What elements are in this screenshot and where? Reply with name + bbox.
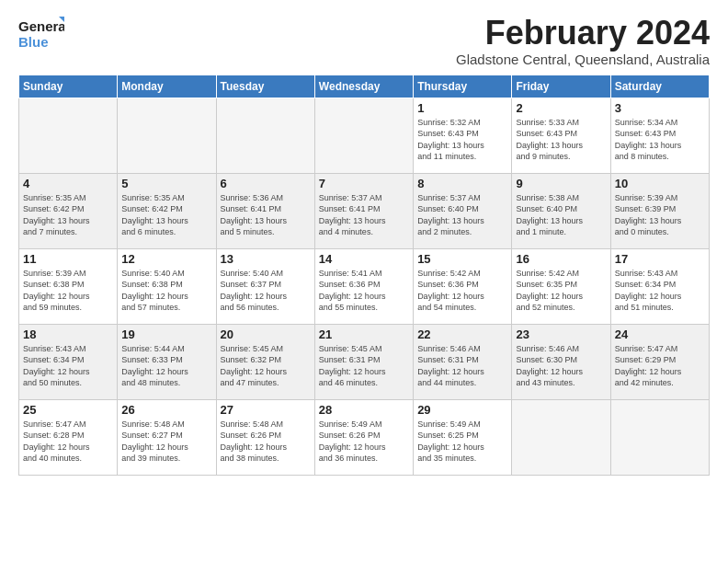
table-row [512,399,610,475]
day-number: 23 [516,327,606,341]
table-row: 6Sunrise: 5:36 AM Sunset: 6:41 PM Daylig… [216,173,314,248]
day-info: Sunrise: 5:44 AM Sunset: 6:33 PM Dayligh… [121,343,211,389]
day-number: 16 [516,252,606,266]
day-number: 15 [417,252,507,266]
day-info: Sunrise: 5:43 AM Sunset: 6:34 PM Dayligh… [23,343,113,389]
header: General Blue February 2024 Gladstone Cen… [18,15,710,67]
day-number: 11 [23,252,113,266]
day-number: 21 [319,327,409,341]
table-row: 20Sunrise: 5:45 AM Sunset: 6:32 PM Dayli… [216,324,314,399]
day-number: 6 [221,177,311,190]
svg-text:General: General [18,18,64,34]
col-wednesday: Wednesday [314,75,413,98]
table-row [118,98,216,173]
table-row: 10Sunrise: 5:39 AM Sunset: 6:39 PM Dayli… [610,173,709,248]
day-number: 5 [121,177,211,190]
day-number: 4 [23,177,113,190]
subtitle: Gladstone Central, Queensland, Australia [456,52,710,67]
logo: General Blue [18,15,64,53]
col-tuesday: Tuesday [216,75,314,98]
table-row: 28Sunrise: 5:49 AM Sunset: 6:26 PM Dayli… [314,399,413,475]
table-row: 27Sunrise: 5:48 AM Sunset: 6:26 PM Dayli… [216,399,314,475]
svg-text:Blue: Blue [18,34,49,50]
table-row: 12Sunrise: 5:40 AM Sunset: 6:38 PM Dayli… [118,248,216,324]
col-sunday: Sunday [19,75,118,98]
col-saturday: Saturday [610,75,709,98]
table-row: 23Sunrise: 5:46 AM Sunset: 6:30 PM Dayli… [512,324,610,399]
day-info: Sunrise: 5:46 AM Sunset: 6:31 PM Dayligh… [417,343,507,389]
calendar: Sunday Monday Tuesday Wednesday Thursday… [18,75,710,476]
day-number: 29 [417,403,507,417]
col-monday: Monday [118,75,216,98]
day-info: Sunrise: 5:40 AM Sunset: 6:37 PM Dayligh… [221,268,311,314]
table-row: 13Sunrise: 5:40 AM Sunset: 6:37 PM Dayli… [216,248,314,324]
day-number: 2 [516,101,606,115]
calendar-week-row: 4Sunrise: 5:35 AM Sunset: 6:42 PM Daylig… [19,173,710,248]
day-info: Sunrise: 5:43 AM Sunset: 6:34 PM Dayligh… [615,268,705,314]
day-number: 25 [23,403,113,417]
title-area: February 2024 Gladstone Central, Queensl… [456,15,710,67]
table-row: 29Sunrise: 5:49 AM Sunset: 6:25 PM Dayli… [414,399,512,475]
logo-svg: General Blue [18,15,64,53]
day-info: Sunrise: 5:36 AM Sunset: 6:41 PM Dayligh… [221,192,311,238]
day-info: Sunrise: 5:45 AM Sunset: 6:32 PM Dayligh… [221,343,311,389]
calendar-week-row: 25Sunrise: 5:47 AM Sunset: 6:28 PM Dayli… [19,399,710,475]
day-info: Sunrise: 5:32 AM Sunset: 6:43 PM Dayligh… [417,117,507,163]
day-number: 1 [417,101,507,115]
day-info: Sunrise: 5:41 AM Sunset: 6:36 PM Dayligh… [319,268,409,314]
table-row: 24Sunrise: 5:47 AM Sunset: 6:29 PM Dayli… [610,324,709,399]
day-info: Sunrise: 5:37 AM Sunset: 6:41 PM Dayligh… [319,192,409,238]
day-number: 13 [221,252,311,266]
table-row: 22Sunrise: 5:46 AM Sunset: 6:31 PM Dayli… [414,324,512,399]
table-row: 25Sunrise: 5:47 AM Sunset: 6:28 PM Dayli… [19,399,118,475]
day-number: 27 [221,403,311,417]
day-info: Sunrise: 5:35 AM Sunset: 6:42 PM Dayligh… [121,192,211,238]
day-info: Sunrise: 5:49 AM Sunset: 6:25 PM Dayligh… [417,419,507,465]
table-row [216,98,314,173]
day-number: 22 [417,327,507,341]
table-row: 14Sunrise: 5:41 AM Sunset: 6:36 PM Dayli… [314,248,413,324]
table-row: 1Sunrise: 5:32 AM Sunset: 6:43 PM Daylig… [414,98,512,173]
day-info: Sunrise: 5:39 AM Sunset: 6:38 PM Dayligh… [23,268,113,314]
day-number: 10 [615,177,705,190]
month-title: February 2024 [456,15,710,52]
day-number: 3 [615,101,705,115]
day-info: Sunrise: 5:42 AM Sunset: 6:35 PM Dayligh… [516,268,606,314]
day-info: Sunrise: 5:40 AM Sunset: 6:38 PM Dayligh… [121,268,211,314]
day-number: 20 [221,327,311,341]
table-row: 4Sunrise: 5:35 AM Sunset: 6:42 PM Daylig… [19,173,118,248]
day-number: 9 [516,177,606,190]
day-info: Sunrise: 5:48 AM Sunset: 6:27 PM Dayligh… [121,419,211,465]
table-row [19,98,118,173]
table-row: 26Sunrise: 5:48 AM Sunset: 6:27 PM Dayli… [118,399,216,475]
table-row [610,399,709,475]
table-row: 18Sunrise: 5:43 AM Sunset: 6:34 PM Dayli… [19,324,118,399]
col-friday: Friday [512,75,610,98]
calendar-week-row: 1Sunrise: 5:32 AM Sunset: 6:43 PM Daylig… [19,98,710,173]
calendar-week-row: 18Sunrise: 5:43 AM Sunset: 6:34 PM Dayli… [19,324,710,399]
table-row: 15Sunrise: 5:42 AM Sunset: 6:36 PM Dayli… [414,248,512,324]
table-row: 21Sunrise: 5:45 AM Sunset: 6:31 PM Dayli… [314,324,413,399]
table-row: 7Sunrise: 5:37 AM Sunset: 6:41 PM Daylig… [314,173,413,248]
day-number: 14 [319,252,409,266]
table-row: 8Sunrise: 5:37 AM Sunset: 6:40 PM Daylig… [414,173,512,248]
day-info: Sunrise: 5:47 AM Sunset: 6:28 PM Dayligh… [23,419,113,465]
day-info: Sunrise: 5:47 AM Sunset: 6:29 PM Dayligh… [615,343,705,389]
day-info: Sunrise: 5:35 AM Sunset: 6:42 PM Dayligh… [23,192,113,238]
day-number: 24 [615,327,705,341]
day-number: 19 [121,327,211,341]
day-number: 18 [23,327,113,341]
day-number: 7 [319,177,409,190]
day-info: Sunrise: 5:38 AM Sunset: 6:40 PM Dayligh… [516,192,606,238]
table-row [314,98,413,173]
table-row: 2Sunrise: 5:33 AM Sunset: 6:43 PM Daylig… [512,98,610,173]
day-info: Sunrise: 5:46 AM Sunset: 6:30 PM Dayligh… [516,343,606,389]
day-info: Sunrise: 5:49 AM Sunset: 6:26 PM Dayligh… [319,419,409,465]
day-number: 12 [121,252,211,266]
table-row: 17Sunrise: 5:43 AM Sunset: 6:34 PM Dayli… [610,248,709,324]
col-thursday: Thursday [414,75,512,98]
day-info: Sunrise: 5:34 AM Sunset: 6:43 PM Dayligh… [615,117,705,163]
page: General Blue February 2024 Gladstone Cen… [0,0,728,485]
day-info: Sunrise: 5:45 AM Sunset: 6:31 PM Dayligh… [319,343,409,389]
day-info: Sunrise: 5:42 AM Sunset: 6:36 PM Dayligh… [417,268,507,314]
